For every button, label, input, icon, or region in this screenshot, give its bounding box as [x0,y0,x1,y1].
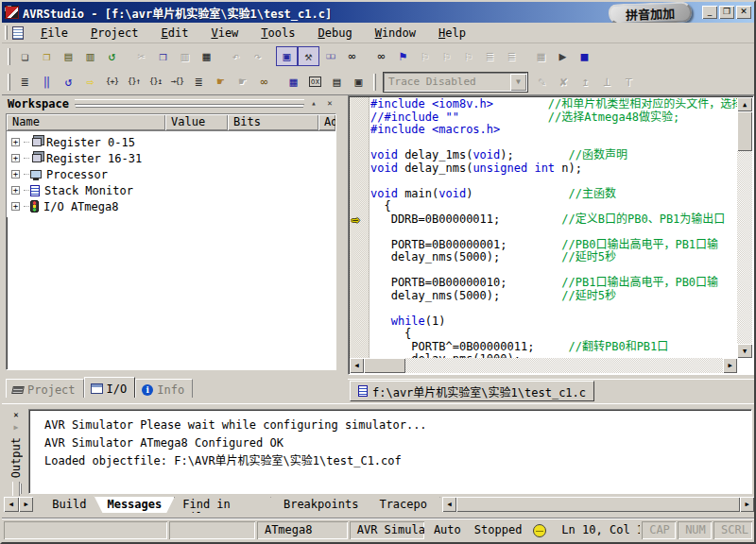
scroll-right-icon[interactable]: ▶ [723,358,737,373]
copy-button[interactable]: ❒ [152,46,174,66]
tab-project[interactable]: Project [6,379,84,398]
reload-button[interactable]: ↺ [101,46,123,66]
expand-icon[interactable]: + [11,170,20,178]
run-to-cursor-button[interactable]: →{} [166,72,188,92]
output-expand-icon[interactable]: ▶ [9,421,23,434]
toolbar-grip[interactable] [8,74,10,91]
build-button[interactable]: ⚒ [298,46,319,66]
app-icon[interactable] [5,6,19,19]
outdent-button[interactable]: ≣ [501,46,523,66]
ime-pinyin-badge[interactable]: 拼音加加 [609,1,693,25]
cascade-windows-button[interactable]: ❏❏ [319,46,341,66]
expand-icon[interactable]: + [11,138,20,146]
menu-tools[interactable]: Tools [249,25,306,42]
tabs-scroll-right-icon[interactable]: ▶ [19,497,34,512]
toggle-bookmark-button[interactable]: ⚑ [392,46,414,66]
workspace-titlebar[interactable]: Workspace ▴ ✕ [4,95,340,111]
scroll-left-icon[interactable]: ◀ [350,358,364,373]
chevron-down-icon[interactable]: ▼ [510,74,526,91]
expand-icon[interactable]: + [11,154,20,162]
tree-item-io-atmega8[interactable]: + I/O ATmega8 [9,198,334,214]
reset-button[interactable]: ↺ [58,72,79,92]
menu-debug[interactable]: Debug [307,25,364,42]
tabs-scroll-left-icon[interactable]: ◀ [4,497,19,512]
step-out-button[interactable]: {}↥ [145,72,166,92]
paste-button[interactable]: ▥ [174,46,196,66]
workspace-dock-icon[interactable]: ▴ [307,97,320,110]
output-tab-tracepo[interactable]: Tracepo [366,496,440,513]
scroll-up-icon[interactable]: ▲ [737,97,752,111]
output-console[interactable]: AVR Simulator Please wait while configur… [28,409,752,494]
code-editor[interactable]: ⇨ #include <iom8v.h> //和单片机类型相对应的头文件，选择/… [348,95,754,375]
registers-window-button[interactable]: ox [304,72,326,92]
workspace-grip[interactable] [75,99,304,105]
trace-show-button[interactable]: ✎ [531,72,553,92]
trace-dropdown[interactable]: Trace Disabled▼ [384,73,527,92]
output-tab-messages[interactable]: Messages [94,496,175,513]
output-grip[interactable] [12,482,20,496]
menubar-grip[interactable] [5,26,8,40]
column-address[interactable]: Ad [318,114,335,130]
step-over-button[interactable]: {}↑ [123,72,145,92]
scroll-down-icon[interactable]: ▼ [737,344,752,358]
toolbar-grip[interactable] [373,74,376,91]
scrollbar-thumb[interactable] [364,358,405,373]
mdi-document-icon[interactable] [12,26,24,40]
break-all-button[interactable]: ☛ [232,72,253,92]
tree-item-processor[interactable]: + Processor [9,166,334,182]
tab-io[interactable]: I/O [84,377,136,398]
undo-button[interactable]: ↶ [225,46,247,66]
find-in-files-quick-button[interactable]: ∞ [341,46,363,66]
trace-grid-button[interactable]: ▦ [530,46,552,66]
tree-item-stack-monitor[interactable]: + Stack Monitor [9,182,334,198]
goto-list-button[interactable]: ≣ [14,72,36,92]
editor-horizontal-scrollbar[interactable]: ◀ ▶ [350,358,737,373]
workspace-close-icon[interactable]: ✕ [323,97,336,110]
pause-button[interactable]: ‖ [36,72,58,92]
save-button[interactable]: ▤ [58,46,79,66]
open-file-button[interactable]: ❐ [36,46,58,66]
output-tab-build[interactable]: Build [39,496,99,513]
menu-edit[interactable]: Edit [150,25,200,42]
restore-button[interactable]: ❐ [719,6,734,19]
column-name[interactable]: Name [7,114,165,130]
scrollbar-thumb[interactable] [456,497,740,512]
print-button[interactable]: ▦ [196,46,217,66]
file-tab[interactable]: f:\avr单片机实验室\实验1\test_c1.c [350,381,594,401]
menu-window[interactable]: Window [364,25,427,42]
scrollbar-track[interactable] [405,358,723,373]
code-lines[interactable]: #include <iom8v.h> //和单片机类型相对应的头文件，选择//#… [370,98,737,358]
close-button[interactable]: ✕ [736,6,751,19]
toggle-workspace-button[interactable]: ▣ [276,46,298,66]
column-value[interactable]: Value [165,114,228,130]
output-tab-breakpoints[interactable]: Breakpoints [270,496,371,513]
trace-clear-button[interactable]: ✘ [553,72,575,92]
editor-vertical-scrollbar[interactable]: ▲ ▼ [737,97,752,358]
find-button[interactable]: ∞ [370,46,392,66]
menu-file[interactable]: File [29,25,79,42]
output-horizontal-scrollbar[interactable]: ◀ ▶ [442,497,754,512]
expand-icon[interactable]: + [11,202,20,211]
tree-item-register-16-31[interactable]: + Register 16-31 [9,150,334,166]
column-bits[interactable]: Bits [228,114,318,130]
scrollbar-thumb[interactable] [737,111,752,151]
vertical-splitter[interactable] [340,95,348,403]
output-close-icon[interactable]: ✕ [9,409,23,421]
watch-button[interactable]: ∞ [253,72,275,92]
indent-button[interactable]: ≣ [479,46,501,66]
redo-button[interactable]: ↷ [247,46,268,66]
tree-item-register-0-15[interactable]: + Register 0-15 [9,134,334,150]
new-file-button[interactable]: ❏ [14,46,36,66]
run-button[interactable]: ▶ [552,46,574,66]
break-button[interactable]: ☛ [210,72,232,92]
save-all-button[interactable]: ▥ [79,46,101,66]
prev-bookmark-button[interactable]: ⚐ [436,46,457,66]
editor-gutter[interactable]: ⇨ [350,97,369,358]
output-tab-find-in-files[interactable]: Find in Files [169,496,276,513]
cut-button[interactable]: ✂ [130,46,152,66]
scrollbar-track[interactable] [737,151,752,344]
scroll-to-bottom-button[interactable]: ⊥ [596,72,618,92]
tab-info[interactable]: i Info [135,379,193,398]
next-bookmark-button[interactable]: ⚐ [414,46,436,66]
scroll-right-icon[interactable]: ▶ [740,497,754,512]
